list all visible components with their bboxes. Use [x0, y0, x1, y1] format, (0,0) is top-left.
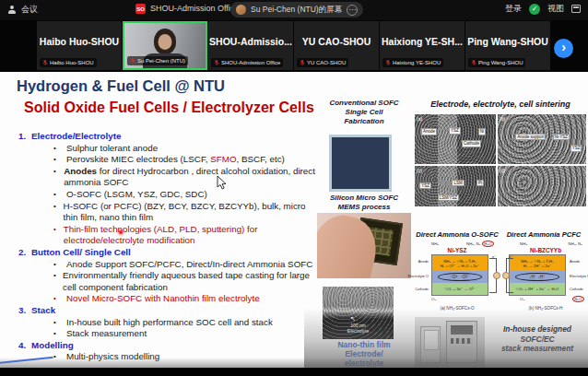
- muted-mic-icon: [471, 59, 476, 66]
- more-options-icon[interactable]: ⋯: [347, 5, 358, 16]
- osofc-title: Direct Ammonia O-SOFC: [415, 230, 500, 239]
- outline-section-heading: 3.Stack: [13, 305, 317, 317]
- sofc-cell-photo: [329, 135, 392, 192]
- share-origin-badge: SO: [135, 4, 146, 14]
- cathode-layer: ½O₂ + 2e⁻ → O²⁻: [432, 283, 488, 295]
- diagram-gas-row: NH₃NH₃, N₂ H₂O: [431, 241, 494, 246]
- muted-mic-icon: [385, 59, 391, 66]
- sem-panel-corner-label: (a): [417, 116, 422, 122]
- video-tile[interactable]: Haibo Huo-SHOUHaibo Huo-SHOU: [37, 21, 122, 70]
- sem-area-label: Pt: [476, 180, 484, 187]
- bottom-bar: [0, 368, 588, 376]
- electron-label: e⁻: [509, 254, 513, 259]
- anode-layer: NH₃ → ½N₂ + ³⁄₂H₂H₂ + O²⁻ → H₂O + 2e⁻: [432, 255, 488, 271]
- outline-section-heading: 1.Electrode/Electrolyte: [13, 131, 317, 143]
- sem-area-label: Cathode: [462, 140, 481, 147]
- cathode-layer: ½O₂ + 2H⁺ + 2e⁻ → H₂O: [510, 283, 565, 295]
- video-tile[interactable]: Ping Wang-SHOUPing Wang-SHOU: [465, 21, 550, 70]
- participant-name: Ping Wang-SHOU: [465, 36, 550, 47]
- sem-panel-corner-label: (b): [500, 116, 505, 122]
- video-tile[interactable]: Haixiong YE-SH...Haixiong YE-SHOU: [380, 21, 465, 70]
- anode-layer: NH₃ → ½N₂ + ³⁄₂H₂H₂ → 2H⁺ + 2e⁻: [510, 255, 565, 271]
- diagram-caption: (a) NH₃-SOFCs-O: [415, 306, 500, 311]
- muted-mic-icon: [130, 57, 135, 65]
- video-tile[interactable]: YU CAO-SHOUYU CAO-SHOU: [294, 21, 379, 70]
- outline-section-heading: 4.Modelling: [13, 340, 317, 352]
- outline-bullet: •O-SOFC (LSGM, YSZ, GDC, SDC): [13, 189, 317, 201]
- view-layout-icon[interactable]: [571, 5, 581, 13]
- electrolyte-layer: ↓H⁺ ↓H⁺: [510, 271, 565, 283]
- outline-bullet: •Novel Micro-SOFC with Nanothin film ele…: [13, 293, 317, 305]
- pcfc-title: Direct Ammonia PCFC: [501, 230, 586, 239]
- slide-subtitle: Solid Oxide Fuel Cells / Electrolyzer Ce…: [24, 100, 314, 116]
- outline-bullet: •Sulphur tolerant anode: [13, 143, 317, 155]
- participant-label: Haixiong YE-SHOU: [382, 58, 443, 67]
- encryption-shield-icon: ✓: [529, 4, 540, 15]
- circled-product: H₂O: [572, 296, 584, 302]
- title-bar: 会议 SO SHOU-Admission Office的屏幕 Su Pei-Ch…: [0, 0, 588, 20]
- sem-area-label: LSM/YSZ: [438, 194, 459, 202]
- diagram-caption: (b) NH₃-SOFCs-H: [503, 306, 588, 311]
- signin-button[interactable]: 登录: [505, 3, 522, 15]
- next-participants-button[interactable]: ›: [554, 39, 573, 58]
- laser-pointer-dot: [119, 230, 123, 234]
- participants-icon: [7, 6, 17, 15]
- sem-panel: (d): [498, 166, 586, 206]
- sem-area-label: YSZ: [570, 145, 582, 152]
- view-button[interactable]: 视图: [547, 3, 564, 15]
- speaker-avatar: [236, 5, 246, 15]
- sem-area-label: YSZ: [419, 182, 431, 190]
- outline-bullet: •Perovskite MIEC electrodes (LSCF, SFMO,…: [13, 154, 317, 166]
- sem-area-label: Ni: [478, 128, 486, 135]
- video-tile[interactable]: Su Pei-Chen (NTU): [123, 21, 207, 70]
- participant-name: YU CAO-SHOU: [294, 36, 379, 47]
- video-tile[interactable]: SHOU-Admissio...SHOU-Admission Office: [208, 21, 293, 70]
- conventional-sofc-caption: Conventional SOFC Single Cell Fabricatio…: [317, 99, 411, 126]
- sem-area-label: YSZ: [449, 127, 461, 135]
- meeting-menu[interactable]: 会议: [7, 4, 38, 16]
- nano-film-sem-photo: ↖ 100 nm Electrolyte: [323, 287, 394, 339]
- participant-label: YU CAO-SHOU: [297, 58, 348, 67]
- stack-measurement-caption: In-house designed SOFC/EC stack measurem…: [488, 324, 586, 354]
- outline-section-heading: 2.Button Cell/ Single Cell: [13, 247, 317, 259]
- participant-name: SHOU-Admissio...: [208, 36, 293, 47]
- outline-bullet: •Stack measurement: [13, 328, 317, 340]
- outline-bullet: •Thin-film technologies (ALD, PLD, sputt…: [13, 224, 317, 247]
- electrolyte-layer: ↑O²⁻ ↑O²⁻: [432, 271, 488, 283]
- sem-area-label: Anode support: [515, 134, 546, 141]
- titlebar-actions: 登录 ✓ 视图: [505, 3, 581, 15]
- sem-panel-corner-label: (d): [500, 168, 505, 173]
- participant-label: SHOU-Admission Office: [211, 58, 283, 67]
- sem-area-label: LSM: [452, 180, 464, 187]
- outline-bullet: •In-house built high performance SOC cel…: [13, 317, 317, 329]
- meeting-window: 会议 SO SHOU-Admission Office的屏幕 Su Pei-Ch…: [0, 0, 588, 376]
- muted-mic-icon: [300, 59, 305, 66]
- sem-area-label: Ni-YSZ: [553, 134, 570, 141]
- diagram-bottom-row: O₂: [431, 297, 496, 301]
- outline-bullet: •H-SOFC (or PCFC) (BZY, BCY, BZCY, BZCYY…: [13, 201, 317, 224]
- diagram-bottom-row: O₂H₂O: [520, 297, 584, 301]
- micro-sofc-caption: Silicon Micro SOFC MEMS process: [317, 194, 411, 212]
- meeting-label: 会议: [21, 4, 38, 16]
- participant-label: Ping Wang-SHOU: [468, 58, 525, 67]
- mouse-cursor: [217, 175, 228, 194]
- sem-panel: (c)YSZLSMPtLSM/YSZ: [415, 166, 496, 206]
- participant-label: Haibo Huo-SHOU: [40, 58, 97, 67]
- share-tab-speaker[interactable]: Su Pei-Chen (NTU)的屏幕 ⋯: [230, 2, 363, 18]
- video-strip: › Haibo Huo-SHOUHaibo Huo-SHOUSu Pei-Che…: [0, 20, 588, 72]
- load-circle: [502, 272, 510, 279]
- outline-bullet: •Anode Support SOFC/PCFC, Direct/In-dire…: [13, 259, 317, 271]
- nano-film-caption: Nano-thin film Electrode/ electrolyte: [317, 340, 411, 368]
- load-circle: [493, 272, 500, 279]
- outline-list: 1.Electrode/Electrolyte•Sulphur tolerant…: [13, 131, 317, 363]
- sem-panel-corner-label: (c): [417, 168, 422, 173]
- anode-material-label: Ni-YSZ: [415, 247, 500, 253]
- osofc-diagram: NH₃NH₃, N₂ H₂ONi-YSZNH₃ → ½N₂ + ³⁄₂H₂H₂ …: [415, 241, 500, 317]
- micro-sofc-chip-photo: [317, 213, 411, 278]
- pcfc-diagram: NH₃NH₃, N₂ Ni-BZCYYbNH₃ → ½N₂ + ³⁄₂H₂H₂ …: [503, 241, 588, 317]
- cell-layers: NH₃ → ½N₂ + ³⁄₂H₂H₂ → 2H⁺ + 2e⁻↓H⁺ ↓H⁺½O…: [509, 254, 566, 296]
- outline-bullet: •Environmentally friendly aqueous based …: [13, 270, 317, 293]
- muted-mic-icon: [42, 59, 48, 66]
- cell-layers: NH₃ → ½N₂ + ³⁄₂H₂H₂ + O²⁻ → H₂O + 2e⁻↑O²…: [431, 254, 488, 296]
- sem-panel: (a)AnodeYSZNiCathode: [415, 114, 496, 164]
